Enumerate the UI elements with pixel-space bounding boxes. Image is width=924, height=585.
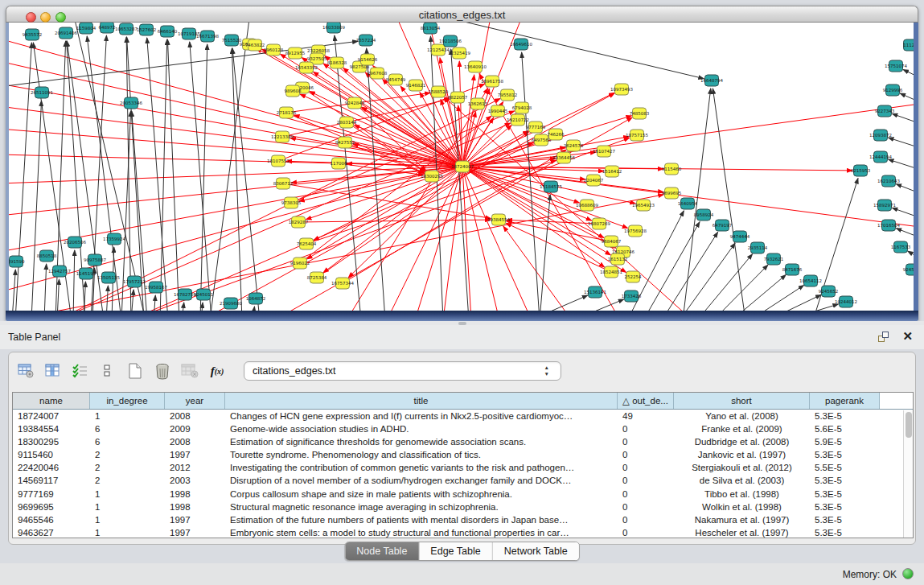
cell[interactable]: 5.3E-5 <box>810 410 880 422</box>
network-node[interactable]: 1829287 <box>289 216 309 228</box>
network-node[interactable]: 18807269 <box>588 218 610 229</box>
network-node[interactable]: 9699695 <box>662 187 682 199</box>
network-node[interactable]: 18757155 <box>626 130 648 141</box>
network-node[interactable]: 9245123 <box>903 264 915 275</box>
network-node[interactable]: 13640910 <box>464 61 487 72</box>
network-node[interactable]: 17359924 <box>103 233 125 245</box>
network-node[interactable]: 12093872 <box>869 130 892 141</box>
cell[interactable]: 5.6E-5 <box>810 422 880 435</box>
cell[interactable]: Corpus callosum shape and size in male p… <box>225 488 618 501</box>
network-window-titlebar[interactable]: citations_edges.txt <box>6 6 918 23</box>
delete-rows-icon[interactable] <box>152 361 173 381</box>
cell[interactable]: Genome-wide association studies in ADHD. <box>225 422 618 435</box>
cell[interactable]: Stergiakouli et al. (2012) <box>674 461 810 474</box>
network-node[interactable]: 1733426 <box>622 290 642 302</box>
cell[interactable]: 2 <box>90 474 165 487</box>
table-row[interactable]: 1872400712008Changes of HCN gene express… <box>13 410 913 422</box>
cell[interactable]: Structural magnetic resonance image aver… <box>225 501 618 513</box>
tab-node-table[interactable]: Node Table <box>345 542 419 560</box>
column-header-outde[interactable]: △ out_de... <box>618 393 674 409</box>
cell[interactable]: 9777169 <box>13 488 90 501</box>
network-node[interactable]: 7485083 <box>630 108 650 119</box>
cell[interactable]: 1 <box>90 513 165 526</box>
network-node[interactable]: 12444194 <box>869 151 892 163</box>
network-node[interactable]: 10688609 <box>576 200 598 211</box>
network-node[interactable]: 17016504 <box>877 220 900 231</box>
function-builder-icon[interactable]: f(x) <box>207 361 228 381</box>
network-node[interactable]: 6794028 <box>512 102 532 113</box>
cell[interactable]: 2008 <box>165 435 225 448</box>
cell[interactable]: 14569117 <box>13 474 90 487</box>
network-node[interactable]: 9115460 <box>662 163 682 175</box>
float-panel-icon[interactable] <box>877 331 890 344</box>
cell[interactable]: de Silva et al. (2003) <box>674 474 810 487</box>
cell[interactable]: Hescheler et al. (1997) <box>674 526 810 538</box>
network-node[interactable]: 9129996 <box>883 84 903 96</box>
cell[interactable]: 2009 <box>165 422 225 435</box>
network-node[interactable]: 8850518 <box>37 250 57 262</box>
cell[interactable]: 0 <box>618 474 674 487</box>
cell[interactable]: 22420046 <box>13 461 90 474</box>
cell[interactable]: 2012 <box>165 461 225 474</box>
cell[interactable]: Embryonic stem cells: a model to study s… <box>225 526 618 538</box>
network-node[interactable]: 8822057 <box>448 92 468 103</box>
cell[interactable]: 5.3E-5 <box>810 474 880 487</box>
network-node[interactable]: 9227343 <box>875 105 895 117</box>
network-node[interactable]: 9245652 <box>819 286 839 297</box>
network-canvas[interactable]: 1872400791638228960128891295523226058932… <box>6 23 918 311</box>
network-node[interactable]: 16210643 <box>877 175 900 187</box>
network-node[interactable]: 9146821 <box>406 80 426 91</box>
network-node[interactable]: 8427552 <box>335 137 355 148</box>
cell[interactable]: 9115460 <box>13 448 90 461</box>
network-node[interactable]: 19756928 <box>624 225 647 237</box>
close-panel-icon[interactable]: ✕ <box>902 329 913 344</box>
table-row[interactable]: 969969511998Structural magnetic resonanc… <box>13 501 913 513</box>
cell[interactable]: Estimation of significance thresholds fo… <box>225 435 618 448</box>
row-height-icon[interactable] <box>97 361 118 381</box>
table-row[interactable]: 2242004622012Investigating the contribut… <box>13 461 913 474</box>
cell[interactable]: 5.3E-5 <box>810 448 880 461</box>
cell[interactable]: Jankovic et al. (1997) <box>674 448 810 461</box>
cell[interactable]: 18724007 <box>13 410 90 422</box>
network-node[interactable]: 391590 <box>9 256 25 267</box>
network-node[interactable]: 9684067 <box>602 236 622 247</box>
cell[interactable]: 9699695 <box>13 501 90 513</box>
network-node[interactable]: 7932621 <box>764 253 784 265</box>
network-node[interactable]: 648972 <box>99 23 116 33</box>
cell[interactable]: 0 <box>618 526 674 538</box>
network-node[interactable]: 10653287 <box>115 23 138 35</box>
table-scrollbar[interactable] <box>903 410 913 538</box>
network-node[interactable]: 7463822 <box>245 39 265 51</box>
network-node[interactable]: 2718176 <box>277 107 297 118</box>
cell[interactable]: Nakamura et al. (1997) <box>674 513 810 526</box>
network-node[interactable]: 20206506 <box>64 237 86 248</box>
cell[interactable]: 0 <box>618 501 674 513</box>
cell[interactable]: 0 <box>618 435 674 448</box>
network-node[interactable]: 9245011 <box>194 289 214 300</box>
show-columns-icon[interactable] <box>43 361 64 381</box>
network-node[interactable]: 15136141 <box>584 286 606 298</box>
network-node[interactable]: 20691406 <box>55 27 77 39</box>
table-row[interactable]: 977716911998Corpus callosum shape and si… <box>13 488 913 501</box>
cell[interactable]: 2008 <box>165 410 225 422</box>
network-node[interactable]: 117006 <box>331 158 347 169</box>
network-node[interactable]: 16961758 <box>481 76 503 87</box>
network-node[interactable]: 746266 <box>548 129 565 140</box>
network-node[interactable]: 15184575 <box>540 181 562 192</box>
cell[interactable]: Yano et al. (2008) <box>674 410 810 422</box>
network-node[interactable]: 10654112 <box>799 275 822 286</box>
network-node[interactable]: 18107552 <box>267 155 290 167</box>
cell[interactable]: 0 <box>618 513 674 526</box>
cell[interactable]: Disruption of a novel member of a sodium… <box>225 474 618 487</box>
table-select-dropdown[interactable]: citations_edges.txt ▲▼ <box>244 361 561 381</box>
network-node[interactable]: 8454749 <box>386 74 406 85</box>
network-node[interactable]: 19958167 <box>145 282 167 293</box>
network-node[interactable]: 26511091 <box>31 87 53 98</box>
network-node[interactable]: 1615132 <box>608 253 628 265</box>
cell[interactable]: 5.5E-5 <box>810 461 880 474</box>
network-node[interactable]: 8215953 <box>851 165 871 176</box>
network-node[interactable]: 252254 <box>625 271 642 282</box>
cell[interactable]: 5.3E-5 <box>810 488 880 501</box>
tab-edge-table[interactable]: Edge Table <box>419 542 492 560</box>
cell[interactable]: 1 <box>90 526 165 538</box>
